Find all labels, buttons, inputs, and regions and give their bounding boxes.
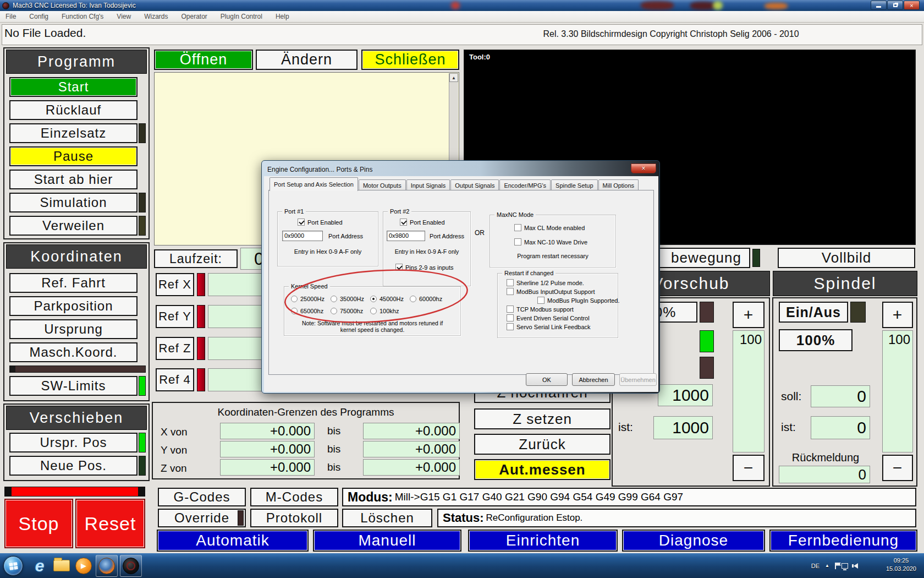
spindel-onoff-button[interactable]: Ein/Aus [779, 302, 848, 323]
sw-limits-button[interactable]: SW-Limits [9, 376, 138, 396]
start-ab-hier-button[interactable]: Start ab hier [9, 170, 138, 189]
action-center-flag-icon[interactable] [835, 563, 836, 569]
ruecklauf-button[interactable]: Rücklauf [9, 100, 138, 120]
radio-75000hz[interactable]: 75000hz [331, 308, 363, 314]
network-icon[interactable] [842, 563, 848, 569]
simulation-button[interactable]: Simulation [9, 193, 138, 212]
nav-diagnose-button[interactable]: Diagnose [622, 530, 765, 552]
tab-motor-outputs[interactable]: Motor Outputs [359, 179, 406, 191]
zurueck-button[interactable]: Zurück [474, 434, 610, 455]
stop-button[interactable]: Stop [4, 499, 73, 548]
ref-fahrt-button[interactable]: Ref. Fahrt [9, 273, 138, 293]
tab-mill-options[interactable]: Mill Options [598, 179, 639, 191]
internet-explorer-icon[interactable]: e [29, 555, 51, 577]
spindel-percent-button[interactable]: 100% [779, 329, 853, 351]
aendern-button[interactable]: Ändern [256, 50, 358, 70]
limits-y-to[interactable]: +0.000 [363, 441, 460, 457]
start-button[interactable]: Start [9, 77, 138, 97]
verweilen-button[interactable]: Verweilen [9, 216, 138, 236]
loeschen-button[interactable]: Löschen [342, 509, 432, 527]
override-button[interactable]: Override [158, 509, 246, 527]
menu-plugin-control[interactable]: PlugIn Control [221, 13, 262, 20]
limits-x-to[interactable]: +0.000 [363, 423, 460, 439]
ok-button[interactable]: OK [526, 373, 568, 386]
tab-encoder-mpgs[interactable]: Encoder/MPG's [499, 179, 551, 191]
nav-fernbedienung-button[interactable]: Fernbedienung [769, 530, 917, 552]
pause-button[interactable]: Pause [9, 146, 138, 166]
ref-y-button[interactable]: Ref Y [156, 305, 194, 328]
limits-z-from[interactable]: +0.000 [220, 459, 315, 476]
tray-expand-icon[interactable]: ▲ [825, 563, 829, 568]
reset-button[interactable]: Reset [75, 499, 145, 548]
max-cl-mode-checkbox[interactable]: Max CL Mode enabled [514, 224, 585, 231]
abbrechen-button[interactable]: Abbrechen [572, 373, 615, 386]
menu-wizards[interactable]: Wizards [144, 13, 168, 20]
aut-messen-button[interactable]: Aut.messen [474, 459, 610, 480]
m-codes-button[interactable]: M-Codes [250, 488, 338, 506]
sherline-checkbox[interactable]: Sherline 1/2 Pulse mode. [507, 279, 584, 286]
parkposition-button[interactable]: Parkposition [9, 296, 138, 316]
spindel-plus-button[interactable]: + [882, 302, 913, 328]
g-codes-button[interactable]: G-Codes [158, 488, 246, 506]
vorschub-plus-button[interactable]: + [733, 302, 765, 328]
rueckmeldung-value[interactable]: 0 [779, 466, 870, 483]
radio-25000hz[interactable]: 25000Hz [291, 296, 324, 302]
menu-file[interactable]: File [6, 13, 16, 20]
laufzeit-button[interactable]: Laufzeit: [154, 249, 238, 268]
language-indicator[interactable]: DE [811, 563, 820, 569]
ursprung-button[interactable]: Ursprung [9, 319, 138, 339]
dialog-titlebar[interactable]: Engine Configuration... Ports & Pins × [264, 163, 657, 176]
vorschub-ist-value[interactable]: 1000 [653, 416, 713, 439]
protokoll-button[interactable]: Protokoll [250, 509, 338, 527]
limits-y-from[interactable]: +0.000 [220, 441, 315, 457]
port1-address-input[interactable]: 0x9000 [282, 231, 323, 241]
firefox-icon[interactable] [96, 555, 118, 577]
tab-output-signals[interactable]: Output Signals [450, 179, 499, 191]
ref-x-button[interactable]: Ref X [156, 273, 194, 296]
masch-koord-button[interactable]: Masch.Koord. [9, 342, 138, 362]
vollbild-button[interactable]: Vollbild [778, 248, 915, 268]
port2-address-input[interactable]: 0x9800 [387, 231, 425, 241]
radio-60000hz[interactable]: 60000hz [410, 296, 442, 302]
start-button-orb[interactable] [3, 556, 23, 576]
tab-spindle-setup[interactable]: Spindle Setup [551, 179, 598, 191]
menu-operator[interactable]: Operator [182, 13, 207, 20]
vorschub-minus-button[interactable]: − [733, 455, 765, 481]
spindel-slider[interactable]: 100 [882, 330, 913, 452]
ref-z-button[interactable]: Ref Z [156, 337, 194, 360]
servo-serial-checkbox[interactable]: Servo Serial Link Feedback [507, 323, 591, 330]
port2-pins-checkbox[interactable]: Pins 2-9 as inputs [395, 264, 453, 271]
port2-enabled-checkbox[interactable]: Port Enabled [400, 219, 445, 226]
dialog-close-icon[interactable]: × [631, 163, 656, 173]
z-setzen-button[interactable]: Z setzen [474, 408, 610, 429]
spindel-minus-button[interactable]: − [882, 455, 913, 481]
nav-manuell-button[interactable]: Manuell [313, 530, 461, 552]
port1-enabled-checkbox[interactable]: Port Enabled [298, 219, 343, 226]
modbus-plugin-checkbox[interactable]: ModBus PlugIn Supported. [537, 297, 619, 304]
schliessen-button[interactable]: Schließen [361, 50, 459, 70]
tray-clock[interactable]: 09:25 15.03.2020 [886, 557, 916, 573]
media-player-icon[interactable]: ▶ [73, 555, 95, 577]
mach3-taskbar-icon[interactable] [120, 555, 142, 577]
vorschub-slider[interactable]: 100 [733, 330, 765, 452]
event-serial-checkbox[interactable]: Event Driven Serial Control [507, 314, 590, 321]
tab-input-signals[interactable]: Input Signals [406, 179, 450, 191]
vorschub-value[interactable]: 1000 [658, 384, 713, 406]
spindel-ist-value[interactable]: 0 [811, 416, 870, 439]
tcp-modbus-checkbox[interactable]: TCP Modbus support [507, 306, 574, 313]
max-nc10-wave-checkbox[interactable]: Max NC-10 Wave Drive [514, 238, 587, 246]
radio-35000hz[interactable]: 35000Hz [331, 296, 364, 302]
windows-explorer-icon[interactable] [51, 555, 73, 577]
nav-einrichten-button[interactable]: Einrichten [468, 530, 618, 552]
neue-pos-button[interactable]: Neue Pos. [9, 456, 138, 476]
oeffnen-button[interactable]: Öffnen [154, 50, 253, 70]
nav-automatik-button[interactable]: Automatik [157, 530, 309, 552]
limits-x-from[interactable]: +0.000 [220, 423, 315, 439]
radio-65000hz[interactable]: 65000hz [291, 308, 323, 314]
spindel-soll-value[interactable]: 0 [811, 385, 870, 407]
scroll-up-icon[interactable]: ▲ [449, 73, 458, 82]
menu-function-cfgs[interactable]: Function Cfg's [62, 13, 103, 20]
menu-config[interactable]: Config [29, 13, 48, 20]
close-button[interactable]: × [904, 1, 920, 10]
modbus-io-checkbox[interactable]: ModBus InputOutput Support [507, 288, 595, 295]
